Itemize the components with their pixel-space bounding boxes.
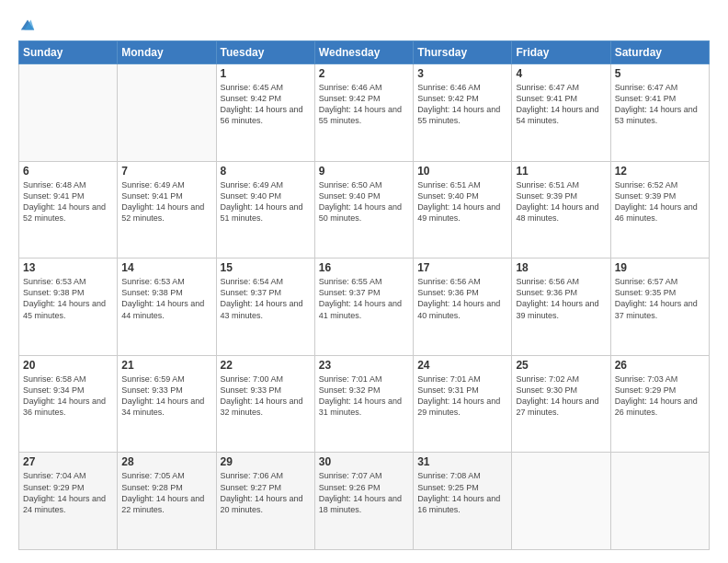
day-info: Sunrise: 6:56 AM Sunset: 9:36 PM Dayligh… — [417, 276, 507, 321]
day-info: Sunrise: 7:03 AM Sunset: 9:29 PM Dayligh… — [615, 373, 705, 419]
calendar-week-row: 27Sunrise: 7:04 AM Sunset: 9:29 PM Dayli… — [19, 453, 710, 550]
calendar-header-cell: Monday — [118, 41, 216, 64]
day-info: Sunrise: 6:55 AM Sunset: 9:37 PM Dayligh… — [319, 276, 409, 321]
day-info: Sunrise: 6:57 AM Sunset: 9:35 PM Dayligh… — [615, 276, 705, 321]
calendar-day-cell: 14Sunrise: 6:53 AM Sunset: 9:38 PM Dayli… — [118, 259, 216, 356]
calendar-day-cell: 17Sunrise: 6:56 AM Sunset: 9:36 PM Dayli… — [414, 259, 512, 356]
calendar-day-cell: 29Sunrise: 7:06 AM Sunset: 9:27 PM Dayli… — [216, 453, 314, 550]
day-number: 19 — [615, 261, 705, 274]
calendar-header-cell: Thursday — [414, 41, 512, 64]
calendar-day-cell — [610, 453, 709, 550]
calendar-day-cell: 31Sunrise: 7:08 AM Sunset: 9:25 PM Dayli… — [414, 453, 512, 550]
calendar-header-row: SundayMondayTuesdayWednesdayThursdayFrid… — [19, 41, 710, 64]
day-number: 17 — [417, 261, 507, 274]
day-number: 26 — [615, 359, 705, 372]
calendar-table: SundayMondayTuesdayWednesdayThursdayFrid… — [18, 40, 710, 550]
day-number: 18 — [516, 261, 606, 274]
day-number: 5 — [615, 67, 705, 80]
day-info: Sunrise: 6:54 AM Sunset: 9:37 PM Dayligh… — [221, 276, 311, 321]
calendar-day-cell: 30Sunrise: 7:07 AM Sunset: 9:26 PM Dayli… — [314, 453, 413, 550]
calendar-day-cell: 23Sunrise: 7:01 AM Sunset: 9:32 PM Dayli… — [314, 355, 413, 453]
calendar-header-cell: Friday — [512, 41, 610, 64]
day-info: Sunrise: 6:49 AM Sunset: 9:41 PM Dayligh… — [121, 179, 211, 224]
calendar-day-cell — [118, 64, 216, 162]
calendar-day-cell: 24Sunrise: 7:01 AM Sunset: 9:31 PM Dayli… — [414, 355, 512, 453]
calendar-day-cell: 19Sunrise: 6:57 AM Sunset: 9:35 PM Dayli… — [610, 259, 709, 356]
calendar-day-cell: 7Sunrise: 6:49 AM Sunset: 9:41 PM Daylig… — [118, 161, 216, 259]
calendar-header-cell: Wednesday — [314, 41, 413, 64]
day-info: Sunrise: 7:06 AM Sunset: 9:27 PM Dayligh… — [221, 470, 311, 515]
logo-icon — [19, 17, 36, 33]
day-number: 10 — [417, 165, 507, 178]
day-number: 29 — [221, 455, 311, 468]
day-number: 3 — [417, 67, 507, 80]
day-info: Sunrise: 6:45 AM Sunset: 9:42 PM Dayligh… — [221, 82, 311, 127]
calendar-day-cell: 8Sunrise: 6:49 AM Sunset: 9:40 PM Daylig… — [216, 161, 314, 259]
day-info: Sunrise: 6:51 AM Sunset: 9:40 PM Dayligh… — [417, 179, 507, 224]
calendar-day-cell: 16Sunrise: 6:55 AM Sunset: 9:37 PM Dayli… — [314, 259, 413, 356]
day-number: 15 — [221, 261, 311, 274]
calendar-week-row: 20Sunrise: 6:58 AM Sunset: 9:34 PM Dayli… — [19, 355, 710, 453]
day-info: Sunrise: 7:05 AM Sunset: 9:28 PM Dayligh… — [121, 470, 211, 515]
day-info: Sunrise: 6:56 AM Sunset: 9:36 PM Dayligh… — [516, 276, 606, 321]
calendar-day-cell: 12Sunrise: 6:52 AM Sunset: 9:39 PM Dayli… — [610, 161, 709, 259]
day-info: Sunrise: 7:08 AM Sunset: 9:25 PM Dayligh… — [417, 470, 507, 515]
calendar-day-cell: 28Sunrise: 7:05 AM Sunset: 9:28 PM Dayli… — [118, 453, 216, 550]
calendar-day-cell: 3Sunrise: 6:46 AM Sunset: 9:42 PM Daylig… — [414, 64, 512, 162]
calendar-day-cell: 13Sunrise: 6:53 AM Sunset: 9:38 PM Dayli… — [19, 259, 118, 356]
day-number: 24 — [417, 359, 507, 372]
calendar-day-cell: 9Sunrise: 6:50 AM Sunset: 9:40 PM Daylig… — [314, 161, 413, 259]
day-number: 9 — [319, 165, 409, 178]
logo — [18, 17, 36, 33]
day-info: Sunrise: 6:52 AM Sunset: 9:39 PM Dayligh… — [615, 179, 705, 224]
day-info: Sunrise: 6:53 AM Sunset: 9:38 PM Dayligh… — [23, 276, 113, 321]
day-info: Sunrise: 6:58 AM Sunset: 9:34 PM Dayligh… — [23, 373, 113, 419]
day-number: 28 — [121, 455, 211, 468]
calendar-week-row: 6Sunrise: 6:48 AM Sunset: 9:41 PM Daylig… — [19, 161, 710, 259]
day-info: Sunrise: 6:47 AM Sunset: 9:41 PM Dayligh… — [516, 82, 606, 127]
day-info: Sunrise: 7:02 AM Sunset: 9:30 PM Dayligh… — [516, 373, 606, 419]
day-number: 6 — [23, 165, 113, 178]
calendar-day-cell: 26Sunrise: 7:03 AM Sunset: 9:29 PM Dayli… — [610, 355, 709, 453]
day-info: Sunrise: 6:53 AM Sunset: 9:38 PM Dayligh… — [121, 276, 211, 321]
day-info: Sunrise: 7:07 AM Sunset: 9:26 PM Dayligh… — [319, 470, 409, 515]
header — [18, 17, 710, 33]
day-info: Sunrise: 6:48 AM Sunset: 9:41 PM Dayligh… — [23, 179, 113, 224]
calendar-header-cell: Tuesday — [216, 41, 314, 64]
day-number: 30 — [319, 455, 409, 468]
day-number: 25 — [516, 359, 606, 372]
day-info: Sunrise: 6:50 AM Sunset: 9:40 PM Dayligh… — [319, 179, 409, 224]
calendar-header-cell: Sunday — [19, 41, 118, 64]
day-info: Sunrise: 6:47 AM Sunset: 9:41 PM Dayligh… — [615, 82, 705, 127]
day-number: 2 — [319, 67, 409, 80]
day-number: 11 — [516, 165, 606, 178]
calendar-day-cell: 25Sunrise: 7:02 AM Sunset: 9:30 PM Dayli… — [512, 355, 610, 453]
day-info: Sunrise: 6:46 AM Sunset: 9:42 PM Dayligh… — [319, 82, 409, 127]
day-number: 1 — [221, 67, 311, 80]
calendar-header-cell: Saturday — [610, 41, 709, 64]
day-number: 12 — [615, 165, 705, 178]
calendar-day-cell: 21Sunrise: 6:59 AM Sunset: 9:33 PM Dayli… — [118, 355, 216, 453]
calendar-day-cell: 22Sunrise: 7:00 AM Sunset: 9:33 PM Dayli… — [216, 355, 314, 453]
calendar-day-cell: 15Sunrise: 6:54 AM Sunset: 9:37 PM Dayli… — [216, 259, 314, 356]
calendar-day-cell: 11Sunrise: 6:51 AM Sunset: 9:39 PM Dayli… — [512, 161, 610, 259]
calendar-day-cell: 20Sunrise: 6:58 AM Sunset: 9:34 PM Dayli… — [19, 355, 118, 453]
calendar-day-cell: 1Sunrise: 6:45 AM Sunset: 9:42 PM Daylig… — [216, 64, 314, 162]
day-number: 16 — [319, 261, 409, 274]
day-info: Sunrise: 6:51 AM Sunset: 9:39 PM Dayligh… — [516, 179, 606, 224]
calendar-day-cell: 4Sunrise: 6:47 AM Sunset: 9:41 PM Daylig… — [512, 64, 610, 162]
day-info: Sunrise: 7:00 AM Sunset: 9:33 PM Dayligh… — [221, 373, 311, 419]
calendar-day-cell: 18Sunrise: 6:56 AM Sunset: 9:36 PM Dayli… — [512, 259, 610, 356]
day-info: Sunrise: 7:01 AM Sunset: 9:32 PM Dayligh… — [319, 373, 409, 419]
calendar-week-row: 13Sunrise: 6:53 AM Sunset: 9:38 PM Dayli… — [19, 259, 710, 356]
day-number: 4 — [516, 67, 606, 80]
day-number: 14 — [121, 261, 211, 274]
calendar-day-cell: 27Sunrise: 7:04 AM Sunset: 9:29 PM Dayli… — [19, 453, 118, 550]
day-number: 27 — [23, 455, 113, 468]
day-number: 20 — [23, 359, 113, 372]
day-number: 13 — [23, 261, 113, 274]
day-info: Sunrise: 6:49 AM Sunset: 9:40 PM Dayligh… — [221, 179, 311, 224]
calendar-day-cell: 6Sunrise: 6:48 AM Sunset: 9:41 PM Daylig… — [19, 161, 118, 259]
day-info: Sunrise: 7:04 AM Sunset: 9:29 PM Dayligh… — [23, 470, 113, 515]
day-number: 22 — [221, 359, 311, 372]
